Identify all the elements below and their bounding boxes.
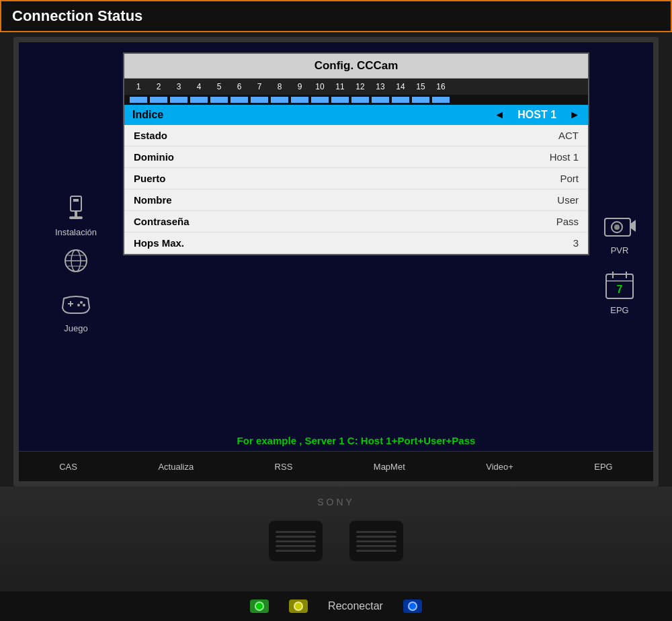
epg-label: EPG — [610, 305, 628, 315]
usb-icon-group: Instalación — [55, 191, 97, 237]
left-menu: Instalación — [19, 42, 133, 481]
svg-rect-3 — [69, 216, 83, 219]
usb-label: Instalación — [55, 227, 97, 237]
speaker-line — [276, 540, 316, 542]
config-dialog: Config. CCCam 1 2 3 4 5 6 7 8 9 10 11 12… — [123, 52, 589, 255]
estado-value: ACT — [558, 130, 579, 141]
dialog-title: Config. CCCam — [124, 54, 588, 79]
gamepad-icon — [56, 287, 96, 321]
tab-num-5: 5 — [209, 81, 229, 93]
green-button[interactable] — [250, 599, 269, 613]
tab-num-8: 8 — [269, 81, 290, 93]
tab-num-11: 11 — [330, 81, 350, 93]
tab-num-3: 3 — [169, 81, 189, 93]
tv-outer: Connection Status Instalación — [0, 0, 672, 621]
svg-point-13 — [77, 304, 80, 306]
indice-value-group: ◄ HOST 1 ► — [494, 109, 580, 121]
blue-button[interactable] — [403, 599, 422, 613]
speaker-line — [356, 540, 396, 542]
nombre-label: Nombre — [134, 194, 172, 206]
tab-num-4: 4 — [189, 81, 209, 93]
indice-value: HOST 1 — [510, 109, 564, 121]
svg-marker-15 — [630, 220, 636, 232]
dot-2 — [150, 97, 167, 103]
dot-3 — [170, 97, 187, 103]
arrow-left-icon[interactable]: ◄ — [494, 109, 505, 121]
yellow-circle — [294, 602, 303, 611]
arrow-right-icon[interactable]: ► — [569, 109, 580, 121]
dot-14 — [392, 97, 409, 103]
svg-point-12 — [83, 304, 85, 306]
contrasena-label: Contraseña — [134, 216, 190, 227]
tab-num-1: 1 — [128, 81, 149, 93]
puerto-value: Port — [560, 173, 579, 184]
dot-13 — [372, 97, 389, 103]
nombre-value: User — [557, 194, 579, 206]
svg-point-17 — [614, 224, 620, 230]
screen-content: Instalación — [19, 42, 653, 481]
tab-num-16: 16 — [431, 81, 451, 93]
speaker-group — [269, 521, 403, 561]
tab-num-15: 15 — [411, 81, 431, 93]
tab-num-6: 6 — [229, 81, 249, 93]
dot-7 — [251, 97, 268, 103]
tab-num-2: 2 — [149, 81, 169, 93]
status-bar-title: Connection Status — [12, 7, 142, 25]
speaker-line — [276, 531, 316, 533]
svg-rect-0 — [71, 196, 81, 211]
svg-rect-1 — [73, 199, 79, 202]
speaker-line — [356, 536, 396, 538]
menu-videoplus[interactable]: Video+ — [486, 462, 513, 472]
menu-actualiza[interactable]: Actualiza — [158, 462, 194, 472]
contrasena-row[interactable]: Contraseña Pass — [124, 211, 588, 233]
dot-1 — [130, 97, 147, 103]
speaker-line — [276, 550, 316, 552]
svg-text:7: 7 — [617, 284, 623, 295]
menu-epg-bottom[interactable]: EPG — [594, 462, 612, 472]
hops-row[interactable]: Hops Max. 3 — [124, 233, 588, 254]
dots-row — [124, 95, 588, 105]
tv-screen: Instalación — [13, 37, 659, 487]
dot-5 — [210, 97, 228, 103]
speaker-line — [276, 545, 316, 547]
estado-row[interactable]: Estado ACT — [124, 125, 588, 147]
menu-mapmet[interactable]: MapMet — [374, 462, 405, 472]
reconnect-bar: Reconectar — [0, 591, 672, 621]
epg-icon-group: 7 EPG — [599, 269, 640, 315]
globe-icon-group — [56, 244, 96, 280]
hops-label: Hops Max. — [134, 237, 184, 249]
speaker-left — [269, 521, 323, 561]
svg-point-11 — [80, 301, 83, 304]
right-panel: PVR 7 EPG — [586, 42, 653, 481]
config-rows: Estado ACT Dominio Host 1 Puerto Port No… — [124, 125, 588, 254]
bottom-menu: CAS Actualiza RSS MapMet Video+ EPG — [19, 451, 653, 481]
dot-16 — [432, 97, 450, 103]
indice-row[interactable]: Indice ◄ HOST 1 ► — [124, 105, 588, 125]
tab-num-12: 12 — [350, 81, 370, 93]
example-text: For example , Server 1 C: Host 1+Port+Us… — [123, 435, 589, 446]
gamepad-label: Juego — [64, 323, 87, 333]
dominio-row[interactable]: Dominio Host 1 — [124, 147, 588, 168]
puerto-row[interactable]: Puerto Port — [124, 168, 588, 190]
gamepad-icon-group: Juego — [56, 287, 96, 333]
yellow-button[interactable] — [289, 599, 308, 613]
tab-num-7: 7 — [249, 81, 269, 93]
menu-cas[interactable]: CAS — [59, 462, 77, 472]
dot-15 — [412, 97, 429, 103]
status-bar: Connection Status — [0, 0, 672, 32]
dominio-value: Host 1 — [550, 151, 579, 163]
indice-label: Indice — [132, 109, 163, 121]
pvr-icon-group: PVR — [599, 209, 640, 255]
reconnect-label: Reconectar — [328, 600, 383, 612]
tab-numbers-row: 1 2 3 4 5 6 7 8 9 10 11 12 13 14 15 16 — [124, 79, 588, 95]
speaker-line — [356, 550, 396, 552]
menu-rss[interactable]: RSS — [275, 462, 293, 472]
nombre-row[interactable]: Nombre User — [124, 190, 588, 211]
usb-icon — [56, 191, 96, 224]
dot-8 — [271, 97, 288, 103]
contrasena-value: Pass — [556, 216, 579, 227]
dot-12 — [351, 97, 369, 103]
dot-9 — [291, 97, 308, 103]
tab-num-14: 14 — [390, 81, 411, 93]
puerto-label: Puerto — [134, 173, 166, 184]
